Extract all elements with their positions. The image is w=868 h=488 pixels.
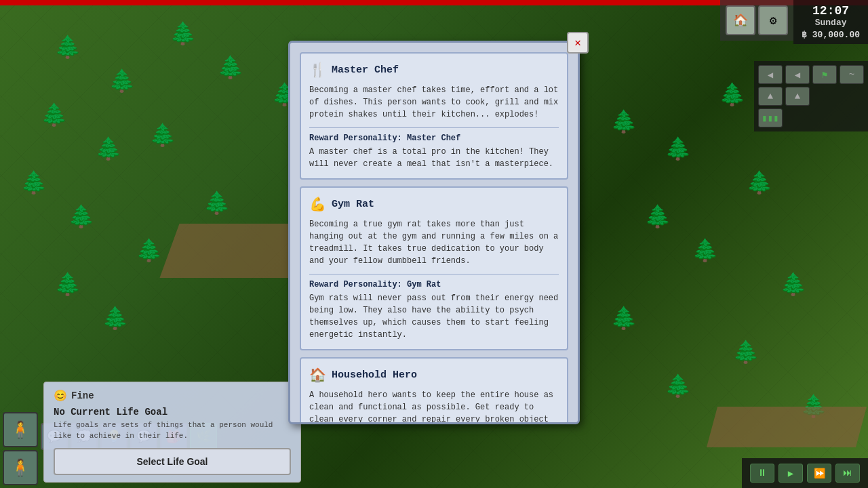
gym-rat-icon: 💪 <box>309 196 326 213</box>
household-hero-label: Household Hero <box>332 369 417 381</box>
gym-rat-reward-title: Reward Personality: Gym Rat <box>309 280 559 289</box>
household-hero-desc: A household hero wants to keep the entir… <box>309 389 559 422</box>
goal-title-gym-rat: 💪 Gym Rat <box>309 196 559 213</box>
divider <box>309 127 559 128</box>
master-chef-desc: Becoming a master chef takes time, effor… <box>309 84 559 121</box>
goal-card-gym-rat[interactable]: 💪 Gym Rat Becoming a true gym rat takes … <box>300 186 568 350</box>
master-chef-reward-title: Reward Personality: Master Chef <box>309 134 559 143</box>
goal-title-household-hero: 🏠 Household Hero <box>309 367 559 384</box>
gym-rat-label: Gym Rat <box>332 199 374 210</box>
modal-overlay: ✕ 🍴 Master Chef Becoming a master chef t… <box>0 0 868 488</box>
close-icon: ✕ <box>574 36 581 49</box>
master-chef-reward-desc: A master chef is a total pro in the kitc… <box>309 146 559 170</box>
life-goal-modal: ✕ 🍴 Master Chef Becoming a master chef t… <box>288 41 580 424</box>
household-hero-icon: 🏠 <box>309 367 326 384</box>
goal-card-household-hero[interactable]: 🏠 Household Hero A household hero wants … <box>300 357 568 422</box>
modal-scroll[interactable]: 🍴 Master Chef Becoming a master chef tak… <box>290 43 578 422</box>
divider-2 <box>309 274 559 274</box>
master-chef-icon: 🍴 <box>309 62 326 79</box>
gym-rat-reward-desc: Gym rats will never pass out from their … <box>309 292 559 341</box>
goal-title-master-chef: 🍴 Master Chef <box>309 62 559 79</box>
modal-close-button[interactable]: ✕ <box>567 32 589 54</box>
master-chef-label: Master Chef <box>332 64 399 76</box>
goal-card-master-chef[interactable]: 🍴 Master Chef Becoming a master chef tak… <box>300 52 568 180</box>
gym-rat-desc: Becoming a true gym rat takes more than … <box>309 218 559 267</box>
